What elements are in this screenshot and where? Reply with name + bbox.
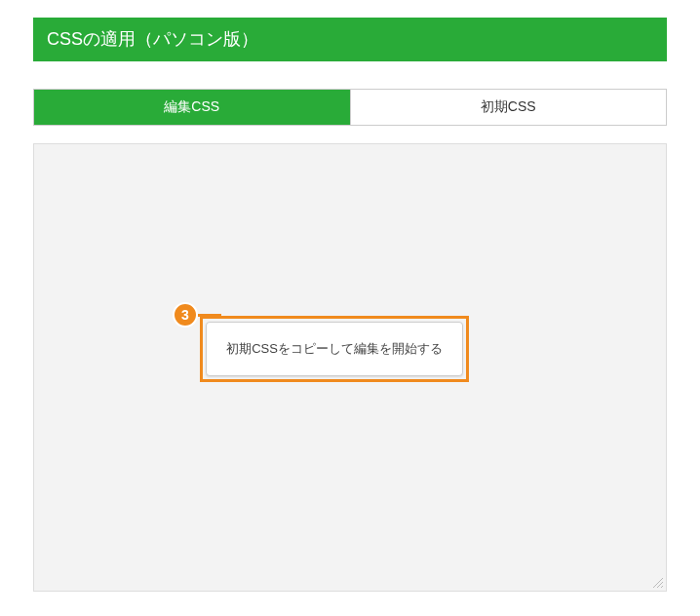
step-connector bbox=[198, 314, 221, 317]
step-badge-wrap: 3 bbox=[173, 302, 221, 327]
svg-line-0 bbox=[653, 578, 663, 588]
step-number: 3 bbox=[181, 307, 189, 323]
tab-edit-css[interactable]: 編集CSS bbox=[34, 90, 350, 125]
tab-label: 編集CSS bbox=[164, 98, 219, 114]
step-badge: 3 bbox=[173, 302, 198, 327]
resize-handle-icon bbox=[650, 575, 664, 589]
tab-initial-css[interactable]: 初期CSS bbox=[350, 90, 667, 125]
page-title: CSSの適用（パソコン版） bbox=[47, 29, 258, 49]
copy-button-label: 初期CSSをコピーして編集を開始する bbox=[226, 341, 443, 356]
css-tabs: 編集CSS 初期CSS bbox=[33, 89, 667, 126]
svg-line-2 bbox=[661, 586, 663, 588]
svg-line-1 bbox=[657, 582, 663, 588]
copy-initial-css-button[interactable]: 初期CSSをコピーして編集を開始する bbox=[206, 322, 463, 376]
tab-label: 初期CSS bbox=[481, 98, 536, 114]
editor-panel: 3 初期CSSをコピーして編集を開始する bbox=[33, 143, 667, 592]
page-title-bar: CSSの適用（パソコン版） bbox=[33, 18, 667, 61]
highlight-box: 初期CSSをコピーして編集を開始する bbox=[200, 316, 469, 382]
step-highlight: 3 初期CSSをコピーして編集を開始する bbox=[200, 316, 469, 382]
